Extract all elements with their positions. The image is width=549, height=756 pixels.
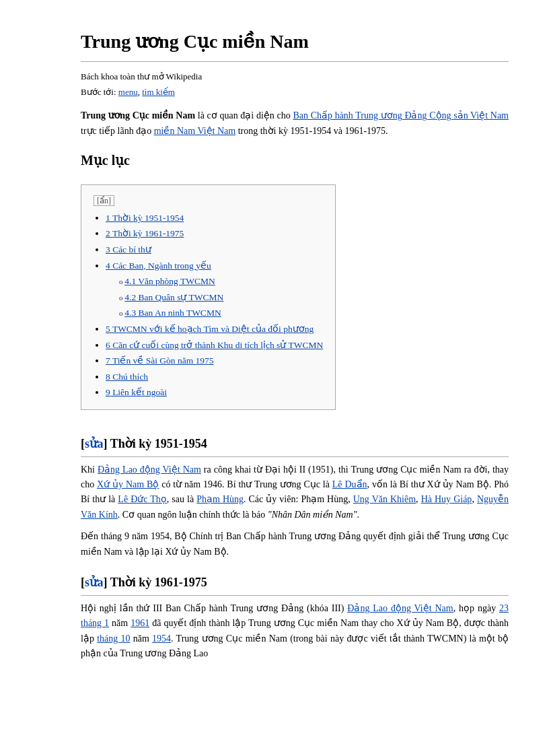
toc-link-1[interactable]: 1 Thời kỳ 1951-1954: [106, 213, 184, 223]
ha-huy-giap-link[interactable]: Hà Huy Giáp: [421, 494, 472, 504]
toc-link-8[interactable]: 8 Chú thích: [106, 372, 148, 382]
dang-lao-dong-link2[interactable]: Đảng Lao động Việt Nam: [347, 603, 453, 613]
breadcrumb-text: Bước tới:: [81, 87, 116, 97]
toc-link-4-3[interactable]: 4.3 Ban An ninh TWCMN: [124, 308, 221, 318]
year-1961-link[interactable]: 1961: [131, 618, 149, 628]
pham-hung-link[interactable]: Phạm Hùng: [196, 494, 244, 504]
toc-item-4: 4 Các Ban, Ngành trong yếu 4.1 Văn phòng…: [106, 259, 323, 320]
xu-uy-nam-bo-link[interactable]: Xứ ủy Nam Bộ: [97, 479, 159, 489]
toc-link-7[interactable]: 7 Tiến về Sài Gòn năm 1975: [106, 355, 214, 366]
toc-link-4[interactable]: 4 Các Ban, Ngành trong yếu: [106, 261, 211, 271]
toc-link-3[interactable]: 3 Các bí thư: [106, 244, 151, 254]
section2-heading: [sửa] Thời kỳ 1961-1975: [81, 573, 509, 596]
toc-link-6[interactable]: 6 Căn cứ cuối cùng trở thành Khu di tích…: [106, 340, 323, 350]
toc-item-9: 9 Liên kết ngoài: [106, 385, 323, 400]
toc-link-4-1[interactable]: 4.1 Văn phòng TWCMN: [124, 276, 215, 286]
intro-link2[interactable]: miền Nam Việt Nam: [154, 126, 236, 136]
toc-heading: Mục lục: [81, 149, 509, 174]
toc-toggle[interactable]: [ẩn]: [94, 195, 114, 206]
toc-link-9[interactable]: 9 Liên kết ngoài: [106, 387, 167, 397]
nav-info: Bách khoa toàn thư mở Wikipedia Bước tới…: [81, 70, 509, 100]
newspaper-name: "Nhân Dân miền Nam": [268, 510, 357, 520]
toc-link-5[interactable]: 5 TWCMN với kế hoạch Tìm và Diệt của đối…: [106, 324, 314, 334]
intro-paragraph: Trung ương Cục miền Nam là cơ quan đại d…: [81, 108, 509, 139]
toc-item-3: 3 Các bí thư: [106, 242, 323, 257]
ung-van-khiem-link[interactable]: Ung Văn Khiêm: [353, 494, 416, 504]
toc-sublist-4: 4.1 Văn phòng TWCMN 4.2 Ban Quân sự TWCM…: [106, 274, 323, 320]
section2-edit-link[interactable]: sửa: [85, 576, 104, 589]
toc-item-5: 5 TWCMN với kế hoạch Tìm và Diệt của đối…: [106, 322, 323, 337]
table-of-contents: [ẩn] 1 Thời kỳ 1951-1954 2 Thời kỳ 1961-…: [81, 184, 336, 410]
dang-lao-dong-link1[interactable]: Đảng Lao động Việt Nam: [98, 465, 201, 475]
search-link[interactable]: tìm kiếm: [142, 87, 175, 97]
intro-bold: Trung ương Cục miền Nam: [81, 110, 195, 121]
toc-link-4-2[interactable]: 4.2 Ban Quân sự TWCMN: [124, 292, 223, 302]
menu-link[interactable]: menu: [118, 87, 138, 97]
le-duan-link[interactable]: Lê Duẩn: [332, 479, 367, 489]
page-title: Trung ương Cục miền Nam: [81, 27, 509, 62]
toc-item-2: 2 Thời kỳ 1961-1975: [106, 226, 323, 241]
toc-item-8: 8 Chú thích: [106, 370, 323, 384]
toc-item-1: 1 Thời kỳ 1951-1954: [106, 211, 323, 226]
section1-para1: Khi Đảng Lao động Việt Nam ra công khai …: [81, 462, 509, 523]
section2-bracket-close: ]: [104, 576, 108, 589]
section2-title: Thời kỳ 1961-1975: [110, 576, 207, 589]
section1-para2: Đến tháng 9 năm 1954, Bộ Chính trị Ban C…: [81, 529, 509, 559]
section1-bracket-close: ]: [104, 437, 108, 450]
section1-heading: [sửa] Thời kỳ 1951-1954: [81, 434, 509, 457]
section1-title: Thời kỳ 1951-1954: [110, 437, 207, 450]
toc-item-7: 7 Tiến về Sài Gòn năm 1975: [106, 353, 323, 368]
section2-para1: Hội nghị lần thứ III Ban Chấp hành Trung…: [81, 601, 509, 662]
year-1954-link[interactable]: 1954: [152, 633, 171, 644]
intro-link1[interactable]: Ban Chấp hành Trung ương Đảng Cộng sản V…: [293, 110, 509, 121]
toc-item-4-2: 4.2 Ban Quân sự TWCMN: [119, 290, 323, 305]
section1-edit-link[interactable]: sửa: [85, 437, 104, 450]
thang10-link[interactable]: tháng 10: [97, 633, 130, 644]
toc-item-6: 6 Căn cứ cuối cùng trở thành Khu di tích…: [106, 338, 323, 353]
le-duc-tho-link[interactable]: Lê Đức Thọ: [118, 494, 166, 504]
subtitle-line: Bách khoa toàn thư mở Wikipedia: [81, 70, 509, 84]
breadcrumb: Bước tới: menu, tìm kiếm: [81, 85, 509, 100]
toc-item-4-3: 4.3 Ban An ninh TWCMN: [119, 306, 323, 320]
toc-link-2[interactable]: 2 Thời kỳ 1961-1975: [106, 228, 184, 238]
toc-item-4-1: 4.1 Văn phòng TWCMN: [119, 274, 323, 289]
toc-list: 1 Thời kỳ 1951-1954 2 Thời kỳ 1961-1975 …: [94, 211, 323, 400]
